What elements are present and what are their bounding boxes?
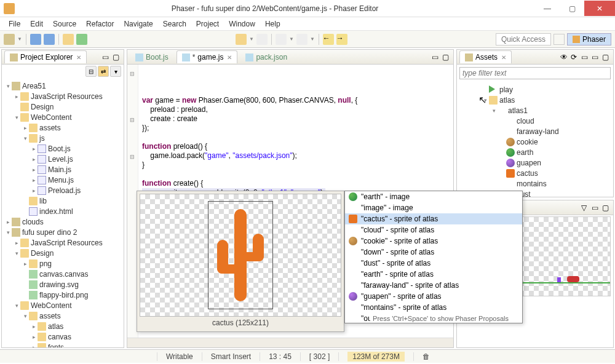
tree-item[interactable]: ▸Boot.js [3, 143, 122, 154]
tree-item[interactable]: canvas.canvas [3, 269, 122, 279]
tab-project-explorer[interactable]: Project Explorer ✕ [4, 50, 87, 63]
view-menu-icon[interactable]: ▾ [110, 66, 121, 77]
tree-item[interactable]: play [458, 84, 612, 95]
save-all-icon[interactable] [44, 34, 55, 45]
tree-item[interactable]: ▾atlas [458, 95, 612, 105]
wand-icon[interactable] [236, 34, 247, 45]
min-icon[interactable]: ▭ [432, 53, 440, 61]
autocomplete-item[interactable]: "earth" - image [345, 191, 522, 202]
close-button[interactable]: ✕ [584, 1, 615, 16]
tree-item[interactable]: ▸Preload.js [3, 185, 122, 196]
tree-item[interactable]: cookie [458, 136, 612, 147]
tree-item[interactable]: ▸atlas [3, 321, 122, 331]
tree-item[interactable]: ▸assets [3, 122, 122, 133]
tree-item[interactable]: ▸png [3, 258, 122, 269]
tree-item[interactable]: ▾atlas1 [458, 105, 612, 116]
project-tree[interactable]: ▾Area51▸JavaScript ResourcesDesign▾WebCo… [2, 78, 124, 347]
tree-item[interactable]: ▾fufu super dino 2 [3, 227, 122, 237]
tree-item[interactable]: ▸JavaScript Resources [3, 237, 122, 248]
view2-icon[interactable]: ▭ [581, 53, 590, 61]
tool2-icon[interactable] [276, 34, 287, 45]
quick-access[interactable]: Quick Access [496, 33, 551, 46]
tree-item[interactable]: ▾WebContent [3, 112, 122, 122]
tree-item[interactable]: Design [3, 101, 122, 112]
tool3-icon[interactable] [296, 34, 308, 45]
maximize-button[interactable]: ▢ [560, 1, 584, 16]
menu-project[interactable]: Project [191, 18, 224, 30]
menu-help[interactable]: Help [260, 18, 285, 30]
perspective-switcher-icon[interactable] [554, 34, 565, 45]
editor-scrollbar[interactable] [127, 338, 453, 347]
save-icon[interactable] [30, 34, 41, 45]
minimize-view-icon[interactable]: ▭ [102, 53, 111, 61]
editor-tab[interactable]: *game.js✕ [177, 50, 238, 63]
tree-item[interactable]: ▾WebContent [3, 300, 122, 311]
autocomplete-item[interactable]: "earth" - sprite of atlas [345, 269, 522, 280]
autocomplete-item[interactable]: "cookie" - sprite of atlas [345, 235, 522, 247]
maximize-view-icon[interactable]: ▢ [113, 53, 121, 61]
min2-icon[interactable]: ▭ [592, 204, 600, 212]
tree-item[interactable]: ▸fonts [3, 342, 122, 347]
autocomplete-item[interactable]: "montains" - sprite of atlas [345, 302, 522, 313]
autocomplete-item[interactable]: "faraway-land" - sprite of atlas [345, 280, 522, 291]
close-tab-icon[interactable]: ✕ [501, 54, 506, 61]
link-editor-icon[interactable]: ⇄ [98, 66, 109, 77]
view-icon[interactable]: 👁 [560, 53, 569, 61]
run-icon[interactable] [76, 34, 87, 45]
tree-item[interactable]: ▾Area51 [3, 81, 122, 91]
tree-item[interactable]: drawing.svg [3, 279, 122, 290]
max2-icon[interactable]: ▢ [602, 204, 611, 212]
new-icon[interactable] [4, 34, 15, 45]
autocomplete-item[interactable]: "image" - image [345, 202, 522, 213]
nav-back-icon[interactable]: ← [323, 34, 334, 45]
gc-icon[interactable]: 🗑 [413, 352, 438, 361]
perspective-phaser[interactable]: Phaser [567, 33, 611, 46]
tree-item[interactable]: ▸clouds [3, 216, 122, 227]
autocomplete-popup[interactable]: "earth" - image"image" - image"cactus" -… [344, 191, 523, 323]
tree-item[interactable]: earth [458, 147, 612, 157]
tree-item[interactable]: ▸JavaScript Resources [3, 91, 122, 101]
max-icon[interactable]: ▢ [602, 53, 611, 61]
minimize-button[interactable]: — [535, 1, 560, 16]
menu-window[interactable]: Window [224, 18, 260, 30]
refresh-icon[interactable]: ⟳ [571, 53, 579, 61]
tree-item[interactable]: montains [458, 178, 612, 189]
close-tab-icon[interactable]: ✕ [76, 54, 81, 61]
menu-navigate[interactable]: Navigate [119, 18, 157, 30]
nav-fwd-icon[interactable]: → [336, 34, 347, 45]
tree-item[interactable]: ▾assets [3, 311, 122, 321]
tool-icon[interactable] [256, 34, 268, 45]
menu-edit[interactable]: Edit [25, 18, 48, 30]
tree-item[interactable]: guapen [458, 157, 612, 168]
tree-item[interactable]: ▸canvas [3, 331, 122, 342]
editor-tab[interactable]: pack.json [240, 50, 293, 63]
max-icon[interactable]: ▢ [442, 53, 451, 61]
tree-item[interactable]: ▾js [3, 133, 122, 143]
tree-item[interactable]: cactus [458, 168, 612, 178]
tree-item[interactable]: cloud [458, 116, 612, 126]
menu-file[interactable]: File [4, 18, 25, 30]
tab-assets[interactable]: Assets ✕ [459, 50, 512, 63]
tree-item[interactable]: ▾Design [3, 248, 122, 258]
autocomplete-item[interactable]: "dust" - sprite of atlas [345, 258, 522, 269]
editor-tab[interactable]: Boot.js [130, 50, 174, 63]
menu-search[interactable]: Search [158, 18, 191, 30]
tree-item[interactable]: faraway-land [458, 126, 612, 136]
autocomplete-item[interactable]: "down" - sprite of atlas [345, 247, 522, 258]
menu-icon[interactable]: ▽ [581, 204, 590, 212]
tree-item[interactable]: ▸Menu.js [3, 175, 122, 185]
build-icon[interactable] [63, 34, 74, 45]
tree-item[interactable]: ▸Main.js [3, 164, 122, 175]
collapse-all-icon[interactable]: ⊟ [85, 66, 97, 77]
tree-item[interactable]: flappy-bird.png [3, 290, 122, 300]
min-icon[interactable]: ▭ [592, 53, 600, 61]
dropdown-icon[interactable]: ▼ [17, 36, 22, 42]
menu-refactor[interactable]: Refactor [81, 18, 119, 30]
autocomplete-item[interactable]: "cloud" - sprite of atlas [345, 224, 522, 235]
menu-source[interactable]: Source [48, 18, 81, 30]
tree-item[interactable]: index.html [3, 206, 122, 216]
tree-item[interactable]: lib [3, 196, 122, 206]
assets-tree[interactable]: play▾atlas▾atlas1cloudfaraway-landcookie… [457, 82, 613, 197]
autocomplete-item[interactable]: "guapen" - sprite of atlas [345, 291, 522, 302]
autocomplete-item[interactable]: "cactus" - sprite of atlas [345, 213, 522, 224]
